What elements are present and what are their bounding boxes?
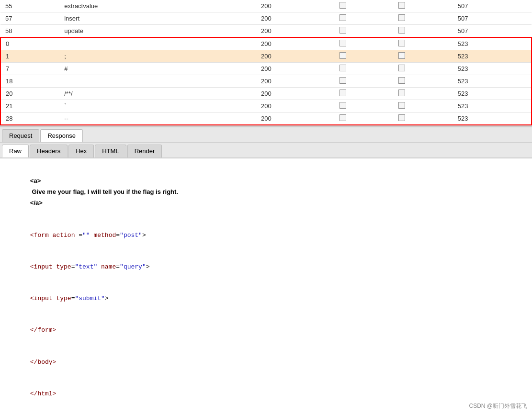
cell-col4 <box>335 63 394 75</box>
cell-id: 18 <box>0 75 59 88</box>
cell-payload: # <box>59 63 256 75</box>
cell-payload: -- <box>59 112 256 125</box>
cell-length: 523 <box>453 100 532 112</box>
code-line-3: <input type="text" name="query"> <box>8 251 524 283</box>
checkbox[interactable] <box>340 52 346 59</box>
checkbox[interactable] <box>340 2 346 9</box>
tag-a-close: </a> <box>30 199 43 206</box>
cell-id: 57 <box>0 12 59 25</box>
cell-col4 <box>335 12 394 25</box>
checkbox[interactable] <box>398 52 405 59</box>
checkbox[interactable] <box>398 77 405 84</box>
code-line-2: <form action ="" method="post"> <box>8 219 524 251</box>
red-bordered-group: 0 200 523 1 ; 200 523 7 # <box>0 37 532 125</box>
code-html-close: </html> <box>30 390 57 397</box>
table-row: 55 extractvalue 200 507 <box>0 0 532 12</box>
cell-id: 55 <box>0 0 59 12</box>
cell-status: 200 <box>256 0 335 12</box>
checkbox[interactable] <box>340 77 346 84</box>
tag-a-open: <a> <box>30 177 41 184</box>
cell-payload: insert <box>59 12 256 25</box>
table-row: 18 200 523 <box>0 75 532 88</box>
checkbox[interactable] <box>340 114 346 121</box>
cell-length: 523 <box>453 37 532 50</box>
cell-length: 507 <box>453 0 532 12</box>
tab-html[interactable]: HTML <box>95 145 126 157</box>
checkbox[interactable] <box>398 102 405 109</box>
table-row: 28 -- 200 523 <box>0 112 532 125</box>
table-row-highlighted: 1 ; 200 523 <box>0 50 532 63</box>
cell-id: 21 <box>0 100 59 112</box>
cell-length: 507 <box>453 25 532 38</box>
tab-render[interactable]: Render <box>127 145 162 157</box>
code-type-text: "text" <box>75 263 97 270</box>
results-table: 55 extractvalue 200 507 57 insert 200 50… <box>0 0 532 125</box>
checkbox[interactable] <box>340 27 346 34</box>
cell-status: 200 <box>256 88 335 100</box>
code-form-close: </form> <box>30 326 57 334</box>
cell-payload: ` <box>59 100 256 112</box>
cell-col5 <box>394 63 453 75</box>
tab-hex[interactable]: Hex <box>68 145 94 157</box>
code-line-5: </form> <box>8 314 524 346</box>
code-form-tag: <form action <box>30 232 75 239</box>
cell-length: 523 <box>453 88 532 100</box>
table-row: 7 # 200 523 <box>0 63 532 75</box>
cell-col5 <box>394 0 453 12</box>
cell-col4 <box>335 50 394 63</box>
cell-status: 200 <box>256 50 335 63</box>
cell-length: 523 <box>453 112 532 125</box>
cell-status: 200 <box>256 75 335 88</box>
code-line-6: </body> <box>8 347 524 378</box>
cell-col4 <box>335 37 394 50</box>
checkbox[interactable] <box>398 27 405 34</box>
cell-col5 <box>394 12 453 25</box>
table-row: 57 insert 200 507 <box>0 12 532 25</box>
tab-response[interactable]: Response <box>40 129 83 142</box>
cell-col5 <box>394 50 453 63</box>
cell-col5 <box>394 75 453 88</box>
checkbox[interactable] <box>398 40 405 46</box>
checkbox[interactable] <box>340 40 346 46</box>
tab-request[interactable]: Request <box>2 129 39 142</box>
cell-payload: ; <box>59 50 256 63</box>
code-line-4: <input type="submit"> <box>8 283 524 314</box>
code-line-7: </html> <box>8 378 524 410</box>
cell-id: 0 <box>0 37 59 50</box>
checkbox[interactable] <box>398 2 405 9</box>
code-input2-tag: <input type <box>30 295 71 302</box>
code-content: <a> Give me your flag, I will tell you i… <box>0 158 532 415</box>
tab-raw[interactable]: Raw <box>2 145 29 157</box>
code-name-attr: name <box>97 263 116 270</box>
cell-payload: extractvalue <box>59 0 256 12</box>
code-method-val: "post" <box>120 232 142 239</box>
checkbox[interactable] <box>398 114 405 121</box>
checkbox[interactable] <box>340 14 346 21</box>
code-input1-tag: <input type <box>30 263 71 270</box>
table-row: 0 200 523 <box>0 37 532 50</box>
cell-col5 <box>394 25 453 38</box>
table-section: 55 extractvalue 200 507 57 insert 200 50… <box>0 0 532 126</box>
cell-length: 523 <box>453 63 532 75</box>
cell-id: 20 <box>0 88 59 100</box>
cell-status: 200 <box>256 112 335 125</box>
cell-col5 <box>394 100 453 112</box>
cell-col5 <box>394 37 453 50</box>
checkbox[interactable] <box>398 14 405 21</box>
code-type-submit: "submit" <box>75 295 104 302</box>
table-row: 20 /**/ 200 523 <box>0 88 532 100</box>
checkbox[interactable] <box>398 90 405 96</box>
table-row: 21 ` 200 523 <box>0 100 532 112</box>
checkbox[interactable] <box>340 90 346 96</box>
code-action-val: "" <box>82 232 90 239</box>
cell-col4 <box>335 0 394 12</box>
checkbox[interactable] <box>398 65 405 71</box>
tab-headers[interactable]: Headers <box>30 145 68 157</box>
cell-id: 7 <box>0 63 59 75</box>
cell-id: 1 <box>0 50 59 63</box>
checkbox[interactable] <box>340 102 346 109</box>
checkbox[interactable] <box>340 65 346 71</box>
cell-col4 <box>335 25 394 38</box>
cell-col5 <box>394 88 453 100</box>
cell-payload <box>59 75 256 88</box>
